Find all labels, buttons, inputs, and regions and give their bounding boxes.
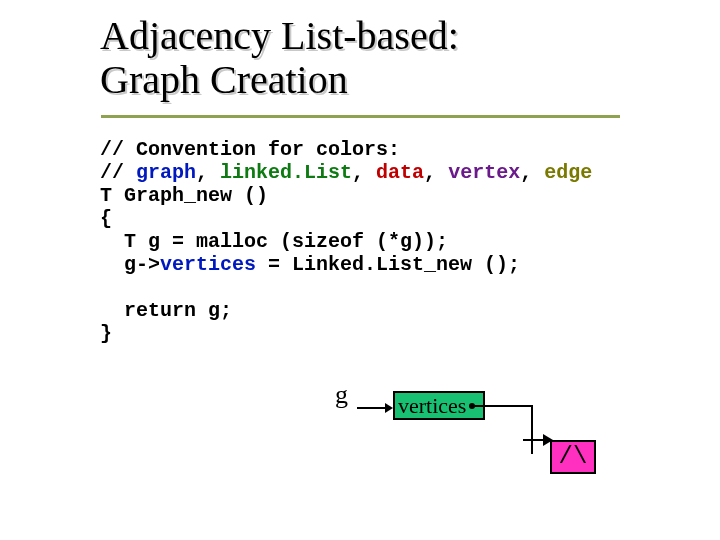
- code-l6-c: = Linked.List_new ();: [256, 253, 520, 276]
- title-line2: Graph Creation: [100, 57, 348, 102]
- code-l2-prefix: //: [100, 161, 136, 184]
- code-l2-edge: edge: [544, 161, 592, 184]
- arrow-head-into-null: [523, 433, 553, 447]
- code-l2-s3: ,: [424, 161, 448, 184]
- code-l2-s2: ,: [352, 161, 376, 184]
- code-l2-data: data: [376, 161, 424, 184]
- code-block: // Convention for colors: // graph, link…: [100, 138, 592, 345]
- slide: Adjacency List-based: Graph Creation Adj…: [0, 0, 720, 540]
- code-l5: T g = malloc (sizeof (*g));: [100, 230, 448, 253]
- code-l2-s1: ,: [196, 161, 220, 184]
- code-l3: T Graph_new (): [100, 184, 268, 207]
- code-l2-s4: ,: [520, 161, 544, 184]
- code-l4: {: [100, 207, 112, 230]
- code-l6-a: g->: [100, 253, 160, 276]
- slide-title: Adjacency List-based: Graph Creation Adj…: [100, 14, 459, 102]
- code-l6-vertices: vertices: [160, 253, 256, 276]
- title-underline: [101, 115, 620, 118]
- arrow-g-to-vertices: [357, 402, 393, 414]
- code-l9: }: [100, 322, 112, 345]
- code-l1: // Convention for colors:: [100, 138, 400, 161]
- svg-marker-1: [385, 403, 393, 413]
- code-l2-vertex: vertex: [448, 161, 520, 184]
- null-symbol: /\: [559, 443, 588, 470]
- null-box: /\: [550, 440, 596, 474]
- code-l2-graph: graph: [136, 161, 196, 184]
- vertices-label: vertices: [398, 393, 466, 418]
- code-l2-linkedlist: linked.List: [220, 161, 352, 184]
- label-g: g: [335, 380, 348, 410]
- code-l8: return g;: [100, 299, 232, 322]
- title-line1: Adjacency List-based:: [100, 13, 459, 58]
- diagram: g vertices /\: [335, 380, 635, 510]
